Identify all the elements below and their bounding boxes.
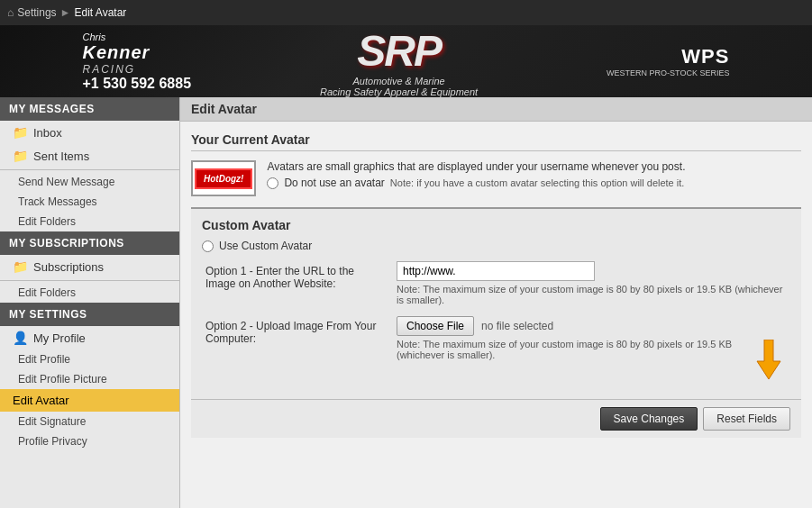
sidebar-item-my-profile[interactable]: 👤 My Profile (0, 326, 179, 349)
avatar-description: Avatars are small graphics that are disp… (267, 160, 685, 173)
sidebar: My Messages 📁 Inbox 📁 Sent Items Send Ne… (0, 97, 180, 508)
send-message-label: Send New Message (18, 176, 114, 188)
sub-edit-folders-label: Edit Folders (18, 286, 76, 299)
my-messages-header: My Messages (0, 97, 179, 121)
use-custom-radio[interactable] (202, 240, 214, 252)
sidebar-item-edit-signature[interactable]: Edit Signature (0, 412, 179, 431)
banner-right: WPS Western Pro-Stock Series (607, 45, 729, 77)
use-custom-label: Use Custom Avatar (219, 240, 312, 252)
topbar: ⌂ Settings ► Edit Avatar (0, 0, 812, 25)
action-bar: Save Changes Reset Fields (191, 399, 801, 438)
divider2 (0, 280, 179, 281)
main-content: Edit Avatar Your Current Avatar HotDogz!… (180, 97, 812, 508)
custom-avatar-title: Custom Avatar (202, 218, 790, 232)
option1-label: Option 1 - Enter the URL to the Image on… (205, 261, 386, 290)
my-subscriptions-header: My Subscriptions (0, 231, 179, 255)
edit-avatar-label: Edit Avatar (13, 394, 69, 407)
sent-icon: 📁 (13, 149, 28, 163)
option2-note: Note: The maximum size of your custom im… (397, 339, 744, 360)
banner: Chris Kenner RACING +1 530 592 6885 SRP … (0, 25, 812, 97)
banner-phone: +1 530 592 6885 (82, 76, 191, 92)
current-avatar-title: Your Current Avatar (191, 132, 801, 151)
banner-tagline2: Racing Safety Apparel & Equipment (320, 86, 478, 97)
my-settings-header: My Settings (0, 303, 179, 326)
edit-signature-label: Edit Signature (18, 415, 86, 428)
layout: My Messages 📁 Inbox 📁 Sent Items Send Ne… (0, 97, 812, 508)
svg-marker-1 (757, 340, 780, 379)
option2-label: Option 2 - Upload Image From Your Comput… (205, 316, 386, 345)
option2-content: Choose File no file selected Note: The m… (397, 316, 787, 379)
option1-note: Note: The maximum size of your custom im… (397, 284, 787, 305)
profile-icon: 👤 (13, 331, 28, 345)
banner-left: Chris Kenner RACING +1 530 592 6885 (82, 32, 191, 92)
my-profile-label: My Profile (33, 331, 86, 345)
avatar-placeholder: HotDogz! (195, 168, 252, 189)
subscriptions-label: Subscriptions (33, 260, 104, 274)
breadcrumb-current: Edit Avatar (75, 6, 127, 19)
do-not-use-radio[interactable] (267, 177, 278, 189)
sidebar-item-profile-privacy[interactable]: Profile Privacy (0, 431, 179, 451)
edit-profile-label: Edit Profile (18, 353, 70, 366)
sidebar-item-edit-avatar[interactable]: Edit Avatar (0, 389, 179, 412)
sent-label: Sent Items (33, 150, 89, 163)
banner-wps: WPS (607, 45, 729, 68)
divider1 (0, 169, 179, 170)
option1-row: Option 1 - Enter the URL to the Image on… (202, 261, 790, 305)
save-changes-button[interactable]: Save Changes (600, 407, 698, 431)
banner-wps-subtitle: Western Pro-Stock Series (607, 68, 729, 77)
do-not-use-label: Do not use an avatar (284, 177, 384, 189)
use-custom-row: Use Custom Avatar (202, 240, 790, 252)
sidebar-item-send-message[interactable]: Send New Message (0, 172, 179, 192)
sidebar-item-track-messages[interactable]: Track Messages (0, 192, 179, 212)
content-header: Edit Avatar (180, 97, 812, 122)
breadcrumb-settings[interactable]: Settings (17, 6, 56, 19)
current-avatar-area: HotDogz! Avatars are small graphics that… (191, 160, 801, 196)
choose-file-button[interactable]: Choose File (397, 316, 474, 336)
custom-avatar-section: Custom Avatar Use Custom Avatar Option 1… (191, 207, 801, 399)
arrow-indicator (751, 340, 787, 379)
avatar-info: Avatars are small graphics that are disp… (267, 160, 685, 189)
file-upload-area: Choose File no file selected (397, 316, 787, 336)
sidebar-item-edit-profile[interactable]: Edit Profile (0, 349, 179, 369)
track-messages-label: Track Messages (18, 195, 97, 208)
banner-center: SRP Automotive & Marine Racing Safety Ap… (320, 26, 478, 97)
option2-row: Option 2 - Upload Image From Your Comput… (202, 316, 790, 379)
edit-profile-picture-label: Edit Profile Picture (18, 373, 107, 386)
edit-folders-label: Edit Folders (18, 215, 76, 228)
banner-racing: RACING (82, 63, 135, 76)
reset-fields-button[interactable]: Reset Fields (703, 407, 790, 431)
breadcrumb: ⌂ Settings ► Edit Avatar (7, 6, 126, 19)
banner-tagline1: Automotive & Marine (320, 76, 478, 86)
option1-content: Note: The maximum size of your custom im… (397, 261, 787, 305)
do-not-use-note: Note: if you have a custom avatar select… (390, 177, 685, 188)
sidebar-item-edit-profile-picture[interactable]: Edit Profile Picture (0, 369, 179, 389)
subscriptions-icon: 📁 (13, 259, 28, 274)
no-file-text: no file selected (481, 320, 553, 332)
profile-privacy-label: Profile Privacy (18, 435, 87, 448)
home-icon[interactable]: ⌂ (7, 6, 14, 19)
breadcrumb-separator: ► (60, 6, 71, 19)
avatar-image-box: HotDogz! (191, 160, 256, 196)
sidebar-item-sub-edit-folders[interactable]: Edit Folders (0, 283, 179, 303)
banner-last-name: Kenner (82, 42, 150, 63)
inbox-label: Inbox (33, 126, 62, 140)
url-input[interactable] (397, 261, 595, 281)
banner-first-name: Chris (82, 32, 105, 42)
inbox-icon: 📁 (13, 125, 28, 140)
do-not-use-row: Do not use an avatar Note: if you have a… (267, 177, 685, 189)
sidebar-item-sent[interactable]: 📁 Sent Items (0, 144, 179, 168)
arrow-svg (751, 340, 787, 379)
sidebar-item-subscriptions[interactable]: 📁 Subscriptions (0, 255, 179, 278)
content-body: Your Current Avatar HotDogz! Avatars are… (180, 122, 812, 449)
banner-srp-logo: SRP (320, 26, 478, 76)
sidebar-item-inbox[interactable]: 📁 Inbox (0, 121, 179, 144)
sidebar-item-edit-folders[interactable]: Edit Folders (0, 212, 179, 231)
